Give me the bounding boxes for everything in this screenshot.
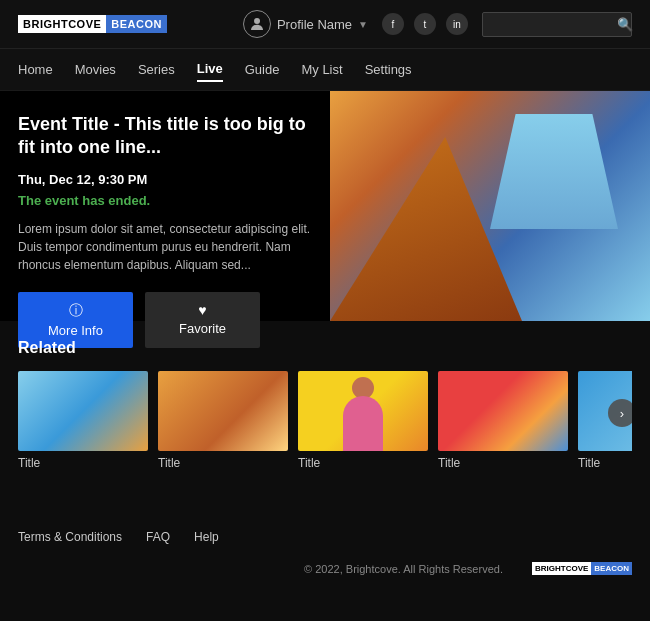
related-label-1: Title	[18, 456, 148, 470]
event-title: Event Title - This title is too big to f…	[18, 113, 312, 160]
related-item-4[interactable]: Title	[438, 371, 568, 470]
profile-area[interactable]: Profile Name ▼	[243, 10, 368, 38]
related-carousel: Title Title Title Title Title ›	[18, 371, 632, 470]
nav-item-home[interactable]: Home	[18, 58, 53, 81]
header-right: Profile Name ▼ f t in 🔍	[243, 10, 632, 38]
footer-bottom: © 2022, Brightcove. All Rights Reserved.…	[18, 562, 632, 575]
footer: Terms & Conditions FAQ Help © 2022, Brig…	[0, 500, 650, 585]
main-nav: Home Movies Series Live Guide My List Se…	[0, 49, 650, 91]
related-label-5: Title	[578, 456, 632, 470]
facebook-icon[interactable]: f	[382, 13, 404, 35]
footer-copyright: © 2022, Brightcove. All Rights Reserved.	[275, 563, 532, 575]
footer-logo-beacon: BEACON	[591, 562, 632, 575]
carousel-next-button[interactable]: ›	[608, 399, 632, 427]
event-date: Thu, Dec 12, 9:30 PM	[18, 172, 312, 187]
search-bar[interactable]: 🔍	[482, 12, 632, 37]
related-thumb-2	[158, 371, 288, 451]
social-icons: f t in	[382, 13, 468, 35]
related-item-1[interactable]: Title	[18, 371, 148, 470]
svg-point-0	[254, 18, 260, 24]
profile-name: Profile Name	[277, 17, 352, 32]
footer-links: Terms & Conditions FAQ Help	[18, 530, 632, 544]
more-info-label: More Info	[48, 323, 103, 338]
hero-image	[330, 91, 650, 321]
related-item-2[interactable]: Title	[158, 371, 288, 470]
nav-item-mylist[interactable]: My List	[301, 58, 342, 81]
footer-terms-link[interactable]: Terms & Conditions	[18, 530, 122, 544]
heart-icon: ♥	[198, 302, 206, 318]
related-label-2: Title	[158, 456, 288, 470]
chevron-down-icon: ▼	[358, 19, 368, 30]
search-icon[interactable]: 🔍	[617, 17, 633, 32]
info-icon: ⓘ	[69, 302, 83, 320]
footer-help-link[interactable]: Help	[194, 530, 219, 544]
nav-item-settings[interactable]: Settings	[365, 58, 412, 81]
nav-item-live[interactable]: Live	[197, 57, 223, 82]
related-thumb-1	[18, 371, 148, 451]
nav-item-series[interactable]: Series	[138, 58, 175, 81]
footer-faq-link[interactable]: FAQ	[146, 530, 170, 544]
hero-section: Event Title - This title is too big to f…	[0, 91, 650, 321]
related-thumb-4	[438, 371, 568, 451]
logo-beacon: BEACON	[106, 15, 167, 33]
logo[interactable]: BRIGHTCOVE BEACON	[18, 15, 167, 33]
logo-brightcove: BRIGHTCOVE	[18, 15, 106, 33]
profile-avatar-icon	[243, 10, 271, 38]
related-label-4: Title	[438, 456, 568, 470]
hero-image-bg	[330, 91, 650, 321]
search-input[interactable]	[491, 17, 611, 31]
favorite-label: Favorite	[179, 321, 226, 336]
footer-logo: BRIGHTCOVE BEACON	[532, 562, 632, 575]
event-description: Lorem ipsum dolor sit amet, consectetur …	[18, 220, 312, 274]
hero-info: Event Title - This title is too big to f…	[0, 91, 330, 321]
twitter-icon[interactable]: t	[414, 13, 436, 35]
footer-logo-brightcove: BRIGHTCOVE	[532, 562, 591, 575]
instagram-icon[interactable]: in	[446, 13, 468, 35]
favorite-button[interactable]: ♥ Favorite	[145, 292, 260, 348]
related-item-3[interactable]: Title	[298, 371, 428, 470]
related-thumb-3	[298, 371, 428, 451]
nav-item-movies[interactable]: Movies	[75, 58, 116, 81]
header: BRIGHTCOVE BEACON Profile Name ▼ f t in …	[0, 0, 650, 49]
event-status: The event has ended.	[18, 193, 312, 208]
related-label-3: Title	[298, 456, 428, 470]
nav-item-guide[interactable]: Guide	[245, 58, 280, 81]
